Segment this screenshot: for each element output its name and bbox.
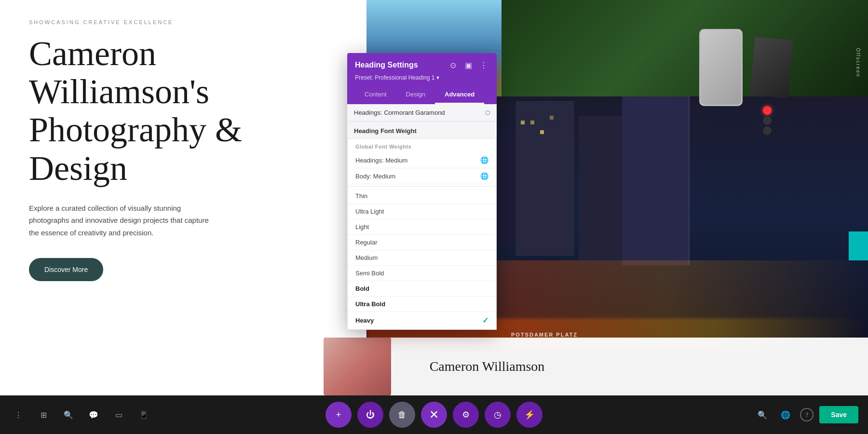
gear-icon: ⚙ — [462, 409, 470, 420]
fw-thin[interactable]: Thin — [348, 189, 496, 204]
panel-font-row: Headings: Cormorant Garamond ⬡ — [347, 104, 497, 122]
fw-light[interactable]: Light — [348, 219, 496, 235]
preview-heading-text: Cameron Williamson — [430, 359, 545, 374]
bottom-left-tools: ⋮ ⊞ 🔍 💬 ▭ 📱 — [10, 406, 152, 423]
bottom-preview: Cameron Williamson — [0, 338, 868, 395]
heavy-check-icon: ✓ — [482, 316, 488, 325]
bottom-question-icon[interactable]: ? — [800, 408, 814, 421]
accent-teal — [849, 231, 868, 260]
panel-header: Heading Settings ⊙ ▣ ⋮ Preset: Professio… — [347, 53, 497, 104]
sliders-icon: ⚡ — [524, 409, 535, 420]
offscreen-label: Offscreen — [855, 48, 861, 77]
gear-button[interactable]: ⚙ — [453, 402, 479, 428]
font-selector[interactable]: Headings: Cormorant Garamond ⬡ — [354, 109, 490, 116]
save-button[interactable]: Save — [819, 406, 858, 423]
bottom-right-tools: 🔍 🌐 ? Save — [754, 406, 858, 423]
trash-button[interactable]: 🗑 — [389, 402, 415, 428]
device-mockup — [699, 29, 743, 106]
panel-preset-row[interactable]: Preset: Professional Heading 1 ▾ — [355, 74, 489, 81]
panel-more-icon[interactable]: ⋮ — [478, 60, 489, 70]
preview-portrait — [324, 338, 391, 395]
font-weight-list: Global Font Weights Headings: Medium 🌐 B… — [347, 138, 497, 330]
trash-icon: 🗑 — [398, 410, 407, 420]
fw-regular[interactable]: Regular — [348, 235, 496, 250]
bottom-globe-icon[interactable]: 🌐 — [777, 406, 794, 423]
page-subtitle: SHOWCASING CREATIVE EXCELLENCE — [29, 19, 338, 25]
sliders-button[interactable]: ⚡ — [516, 402, 542, 428]
fw-divider — [348, 186, 496, 187]
fw-headings-medium[interactable]: Headings: Medium 🌐 — [348, 152, 496, 168]
bottom-menu-icon[interactable]: ⋮ — [10, 406, 27, 423]
add-button[interactable]: + — [326, 402, 352, 428]
font-selector-arrow: ⬡ — [485, 109, 490, 116]
power-icon: ⏻ — [366, 410, 375, 420]
tab-advanced[interactable]: Advanced — [435, 86, 484, 104]
panel-tabs: Content Design Advanced — [355, 86, 489, 104]
close-icon: ✕ — [429, 408, 439, 421]
headings-globe-icon: 🌐 — [480, 156, 488, 164]
panel-header-icons: ⊙ ▣ ⋮ — [448, 60, 489, 70]
light-green — [763, 126, 772, 135]
tab-content[interactable]: Content — [355, 86, 396, 104]
fw-semi-bold[interactable]: Semi Bold — [348, 266, 496, 281]
bottom-chat-icon[interactable]: 💬 — [85, 406, 102, 423]
body-globe-icon: 🌐 — [480, 172, 488, 180]
discover-more-button[interactable]: Discover More — [29, 258, 103, 281]
panel-body: Headings: Cormorant Garamond ⬡ Heading F… — [347, 104, 497, 330]
panel-layout-icon[interactable]: ▣ — [463, 60, 474, 70]
tab-design[interactable]: Design — [396, 86, 435, 104]
fw-medium[interactable]: Medium — [348, 250, 496, 266]
fw-bold[interactable]: Bold — [348, 281, 496, 297]
notebook-item — [750, 37, 793, 98]
bottom-phone-icon[interactable]: 📱 — [135, 406, 152, 423]
light-yellow — [763, 116, 772, 125]
bottom-tablet-icon[interactable]: ▭ — [110, 406, 127, 423]
fw-ultra-light[interactable]: Ultra Light — [348, 204, 496, 219]
font-selector-label: Headings: Cormorant Garamond — [354, 109, 445, 116]
font-weight-section-title: Heading Font Weight — [347, 122, 497, 138]
power-button[interactable]: ⏻ — [357, 402, 383, 428]
light-red — [763, 106, 772, 115]
bottom-search-icon[interactable]: 🔍 — [60, 406, 77, 423]
panel-title: Heading Settings — [355, 61, 418, 69]
bottom-bar: ⋮ ⊞ 🔍 💬 ▭ 📱 + ⏻ 🗑 ✕ ⚙ ◷ — [0, 395, 868, 434]
close-button[interactable]: ✕ — [421, 402, 447, 428]
fw-heavy[interactable]: Heavy ✓ — [348, 312, 496, 329]
traffic-light — [763, 106, 772, 135]
fw-ultra-bold[interactable]: Ultra Bold — [348, 297, 496, 312]
center-toolbar: + ⏻ 🗑 ✕ ⚙ ◷ ⚡ — [326, 402, 542, 428]
panel-target-icon[interactable]: ⊙ — [448, 60, 458, 70]
clock-button[interactable]: ◷ — [485, 402, 511, 428]
bottom-search2-icon[interactable]: 🔍 — [754, 406, 771, 423]
page-description: Explore a curated collection of visually… — [29, 202, 212, 239]
main-heading: Cameron Williamson's Photography & Desig… — [29, 35, 338, 188]
clock-icon: ◷ — [494, 409, 502, 420]
bottom-grid-icon[interactable]: ⊞ — [35, 406, 52, 423]
page-wrapper: SHOWCASING CREATIVE EXCELLENCE Cameron W… — [0, 0, 868, 434]
fw-global-label: Global Font Weights — [348, 139, 496, 152]
fw-body-medium[interactable]: Body: Medium 🌐 — [348, 168, 496, 184]
potsdamer-sign: POTSDAMER PLATZ — [511, 332, 578, 338]
settings-panel: Heading Settings ⊙ ▣ ⋮ Preset: Professio… — [347, 53, 497, 330]
panel-title-row: Heading Settings ⊙ ▣ ⋮ — [355, 60, 489, 70]
